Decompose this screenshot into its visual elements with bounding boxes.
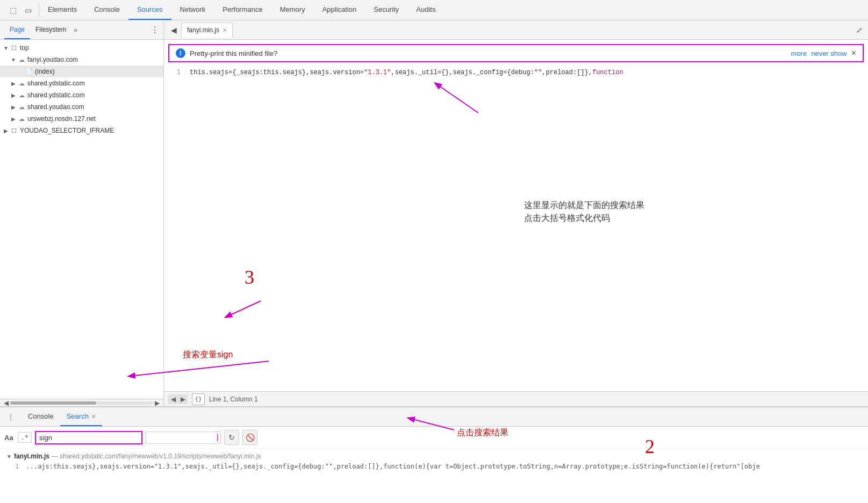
cloud-icon-youdao: ☁ [17, 103, 26, 111]
bottom-tab-search-label: Search [67, 412, 89, 420]
source-file-tab-close[interactable]: × [223, 26, 227, 34]
info-icon: i [176, 48, 185, 58]
result-line-content: ...ajs:this.seajs},seajs.version="1.3.1"… [26, 463, 759, 470]
line-number-1: 1 [164, 69, 185, 78]
tree-label-top: top [20, 44, 29, 52]
scroll-left[interactable]: ◀ [168, 394, 178, 404]
nav-tabs: Elements Console Sources Network Perform… [39, 0, 866, 20]
cloud-icon-ydstatic1: ☁ [17, 79, 26, 88]
result-line-1[interactable]: 1 ...ajs:this.seajs},seajs.version="1.3.… [0, 462, 868, 471]
bottom-tabs: ⋮ Console Search × [0, 407, 868, 427]
source-bottom-bar: ◀ ▶ {} Line 1, Column 1 [164, 391, 868, 406]
tree-arrow-top: ▼ [2, 45, 10, 51]
pp-message: Pretty-print this minified file? [190, 49, 791, 58]
tab-audits[interactable]: Audits [407, 0, 444, 20]
tab-elements[interactable]: Elements [39, 0, 85, 20]
tree-arrow-ydstatic2: ▶ [10, 92, 17, 98]
cancel-search-btn[interactable]: 🚫 [242, 430, 257, 445]
source-file-tab-fanyi[interactable]: fanyi.min.js × [181, 23, 233, 38]
code-line-1: 1 this.seajs={_seajs:this.seajs},seajs.v… [164, 69, 868, 78]
result-file-row[interactable]: ▼ fanyi.min.js — shared.ydstatic.com/fan… [0, 451, 868, 462]
pretty-print-banner: i Pretty-print this minified file? more … [168, 44, 864, 62]
result-filename: fanyi.min.js [14, 452, 49, 460]
tree-arrow-youdao: ▶ [10, 104, 17, 110]
sidebar-tab-filesystem[interactable]: Filesystem [30, 20, 71, 39]
tab-console[interactable]: Console [85, 0, 128, 20]
folder-icon-iframe: ☐ [10, 126, 18, 135]
line-content-1: this.seajs={_seajs:this.seajs},seajs.ver… [190, 69, 868, 78]
bottom-tab-console[interactable]: Console [21, 407, 60, 426]
tree-arrow-nosdn: ▶ [10, 116, 17, 122]
bottom-tab-search-close[interactable]: × [91, 412, 96, 421]
format-button[interactable]: {} [192, 393, 205, 405]
tree-arrow-ydstatic1: ▶ [10, 81, 17, 87]
tree-item-iframe[interactable]: ▶ ☐ YOUDAO_SELECTOR_IFRAME [0, 125, 163, 136]
scroll-right[interactable]: ▶ [178, 394, 188, 404]
tree-item-ydstatic-2[interactable]: ▶ ☁ shared.ydstatic.com [0, 89, 163, 101]
scroll-left-btn[interactable]: ◀ [2, 399, 10, 407]
bottom-panel-menu[interactable]: ⋮ [4, 411, 17, 423]
tab-sources[interactable]: Sources [128, 0, 171, 20]
replace-input[interactable] [146, 432, 221, 444]
tree-label-ydstatic2: shared.ydstatic.com [27, 91, 85, 99]
sidebar-header: Page Filesystem » ⋮ [0, 20, 163, 40]
scroll-track[interactable] [10, 401, 153, 405]
cursor-blink [217, 434, 218, 441]
pp-more-link[interactable]: more [791, 49, 807, 58]
cloud-icon-fanyi: ☁ [17, 55, 26, 64]
tab-memory[interactable]: Memory [271, 0, 314, 20]
tab-performance[interactable]: Performance [214, 0, 271, 20]
sidebar-scrollbar[interactable]: ◀ ▶ [0, 399, 163, 406]
source-expand-btn[interactable]: ⤢ [853, 26, 866, 34]
sidebar-tree: ▼ ☐ top ▼ ☁ fanyi.youdao.com 📄 (index) [0, 40, 163, 399]
search-results: ▼ fanyi.min.js — shared.ydstatic.com/fan… [0, 449, 868, 503]
tree-label-nosdn: urswebzj.nosdn.127.net [27, 115, 96, 123]
code-area[interactable]: 1 this.seajs={_seajs:this.seajs},seajs.v… [164, 67, 868, 391]
file-icon-index: 📄 [25, 67, 33, 76]
bottom-tab-search[interactable]: Search × [60, 407, 102, 426]
tree-item-nosdn[interactable]: ▶ ☁ urswebzj.nosdn.127.net [0, 113, 163, 125]
toolbar-icons: ⬚ ▭ [2, 4, 39, 17]
inspect-icon[interactable]: ⬚ [6, 4, 19, 17]
cloud-icon-nosdn: ☁ [17, 114, 26, 123]
tree-label-ydstatic1: shared.ydstatic.com [27, 80, 85, 87]
refresh-btn[interactable]: ↻ [224, 430, 239, 445]
tree-item-ydstatic-1[interactable]: ▶ ☁ shared.ydstatic.com [0, 77, 163, 89]
scroll-arrows: ◀ ▶ [168, 394, 188, 404]
sidebar-tab-page[interactable]: Page [4, 20, 30, 39]
sidebar-menu-button[interactable]: ⋮ [150, 25, 159, 35]
tree-label-iframe: YOUDAO_SELECTOR_IFRAME [20, 127, 114, 134]
regex-button[interactable]: .* [18, 432, 32, 443]
main-layout: Page Filesystem » ⋮ ▼ ☐ top ▼ ☁ fan [0, 20, 868, 503]
search-area: Aa .* ↻ 🚫 [0, 427, 868, 449]
devtools-toolbar: ⬚ ▭ Elements Console Sources Network Per… [0, 0, 868, 20]
scroll-thumb [10, 401, 96, 405]
sidebar: Page Filesystem » ⋮ ▼ ☐ top ▼ ☁ fan [0, 20, 164, 406]
tab-security[interactable]: Security [365, 0, 407, 20]
pp-never-link[interactable]: never show [811, 49, 847, 58]
tree-item-top[interactable]: ▼ ☐ top [0, 42, 163, 54]
result-line-num: 1 [15, 463, 19, 470]
source-panel-toggle[interactable]: ◀ [166, 23, 181, 38]
source-file-tab-label: fanyi.min.js [187, 26, 219, 34]
scroll-right-btn[interactable]: ▶ [153, 399, 161, 407]
device-icon[interactable]: ▭ [21, 4, 34, 17]
sidebar-tab-more[interactable]: » [74, 26, 77, 34]
tree-item-index[interactable]: 📄 (index) [0, 66, 163, 77]
tree-arrow-iframe: ▶ [2, 128, 10, 134]
tree-item-youdao[interactable]: ▶ ☁ shared.youdao.com [0, 101, 163, 113]
folder-icon: ☐ [10, 44, 18, 52]
tab-application[interactable]: Application [314, 0, 365, 20]
tree-label-youdao: shared.youdao.com [27, 103, 84, 111]
pp-close-btn[interactable]: × [851, 48, 856, 58]
source-tabs: ◀ fanyi.min.js × ⤢ [164, 20, 868, 40]
search-input[interactable] [35, 431, 142, 444]
case-sensitive-label: Aa [4, 434, 13, 442]
cloud-icon-ydstatic2: ☁ [17, 91, 26, 99]
top-section: Page Filesystem » ⋮ ▼ ☐ top ▼ ☁ fan [0, 20, 868, 406]
tab-network[interactable]: Network [171, 0, 214, 20]
tree-label-index: (index) [35, 68, 55, 75]
result-path: — shared.ydstatic.com/fanyi/newweb/v1.0.… [52, 452, 261, 460]
tree-item-fanyi-youdao[interactable]: ▼ ☁ fanyi.youdao.com [0, 54, 163, 66]
tree-label-fanyi: fanyi.youdao.com [27, 56, 78, 63]
